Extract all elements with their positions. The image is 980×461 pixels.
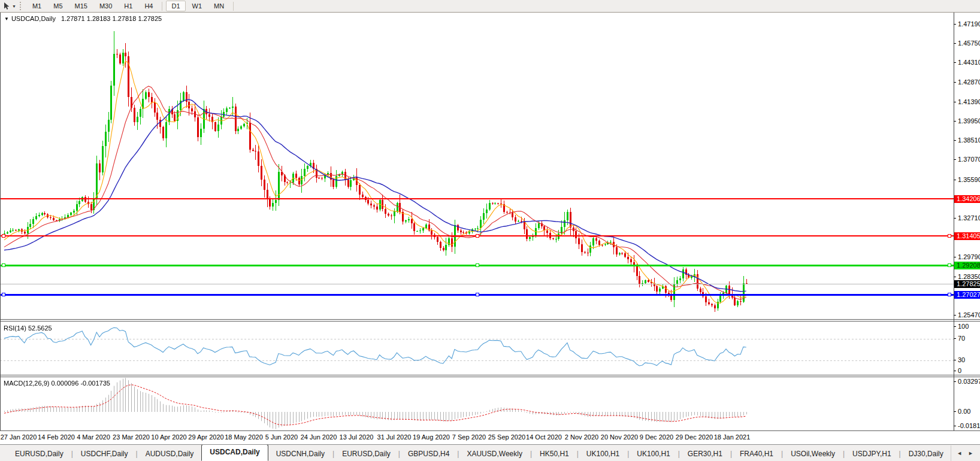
price-axis-tick: 1.35590 — [954, 176, 980, 184]
bar-open: 1.27871 — [61, 15, 85, 22]
rsi-axis-tick: 100 — [954, 323, 980, 330]
timeframe-buttons: M1M5M15M30H1H4D1W1MN — [26, 1, 237, 11]
tick-label: 1.45750 — [958, 40, 980, 47]
tick-mark — [954, 140, 956, 141]
tick-label: 30 — [958, 356, 965, 364]
cursor-tool-icon[interactable] — [2, 2, 11, 10]
chart-tab-uk100-h1[interactable]: UK100,H1 — [579, 447, 627, 461]
tick-mark — [954, 360, 956, 360]
cursor-tool-caret-icon[interactable]: ▼ — [12, 4, 16, 8]
chart-tab-uk100-h1[interactable]: UK100,H1 — [629, 447, 677, 461]
toolbar-separator — [233, 2, 234, 11]
hline-price-label: 1.29208 — [954, 262, 980, 269]
tabs-scroll-right-icon[interactable]: ► — [965, 449, 976, 457]
chart-tab-eurusd-daily[interactable]: EURUSD,Daily — [7, 447, 71, 461]
toolbar-grip[interactable] — [20, 2, 23, 10]
tick-mark — [954, 180, 956, 180]
tick-label: 0.00 — [958, 408, 970, 415]
timeframe-button-m15[interactable]: M15 — [69, 1, 93, 11]
tick-label: 100 — [958, 323, 969, 330]
tick-label: 1.39950 — [958, 117, 980, 125]
timeframe-button-m1[interactable]: M1 — [27, 1, 47, 11]
tick-mark — [954, 426, 956, 426]
current-price-label: 1.27825 — [954, 280, 980, 288]
price-axis-tick: 1.41390 — [954, 98, 980, 106]
date-axis-label: 18 Jan 2021 — [707, 433, 757, 441]
tick-label: 1.25470 — [958, 311, 980, 319]
hline-price-label: 1.34206 — [954, 195, 980, 203]
chart-tabs: EURUSD,Daily|USDCHF,Daily|AUDUSD,DailyUS… — [0, 445, 980, 461]
tick-mark — [954, 43, 956, 44]
tabs-scroll-left-icon[interactable]: ◄ — [954, 449, 965, 457]
timeframe-button-mn[interactable]: MN — [208, 1, 229, 11]
macd-indicator-label: MACD(12,26,9) 0.000096 -0.001735 — [4, 380, 110, 387]
bar-low: 1.27818 — [113, 15, 137, 22]
tab-scroll-controls: ◄ ► — [951, 445, 980, 461]
tick-mark — [954, 338, 956, 339]
price-axis-tick: 1.25470 — [954, 311, 980, 319]
price-axis-tick: 1.47190 — [954, 20, 980, 28]
rsi-indicator-label: RSI(14) 52.5625 — [4, 324, 52, 332]
tick-label: 0 — [958, 367, 961, 375]
chart-title: ▼USDCAD,Daily1.27871 1.28183 1.27818 1.2… — [4, 15, 162, 22]
rsi-axis-tick: 0 — [954, 367, 980, 375]
tick-label: -0.018154 — [958, 422, 980, 430]
chart-tab-xauusd-weekly[interactable]: XAUUSD,Weekly — [459, 447, 530, 461]
timeframe-button-h1[interactable]: H1 — [119, 1, 138, 11]
price-axis-tick: 1.29790 — [954, 253, 980, 261]
rsi-axis-tick: 70 — [954, 335, 980, 342]
tick-label: 70 — [958, 335, 965, 342]
price-axis-tick: 1.32710 — [954, 214, 980, 222]
tick-mark — [954, 102, 956, 102]
rsi-panel-canvas[interactable] — [0, 322, 954, 375]
macd-axis-tick: -0.018154 — [954, 422, 980, 430]
tick-mark — [954, 159, 956, 160]
timeframe-button-d1[interactable]: D1 — [166, 1, 185, 11]
chart-tab-ger30-h1[interactable]: GER30,H1 — [680, 447, 730, 461]
tick-mark — [954, 326, 956, 327]
chart-tab-usdchf-daily[interactable]: USDCHF,Daily — [73, 447, 136, 461]
timeframe-button-m30[interactable]: M30 — [94, 1, 117, 11]
chart-tab-bar: EURUSD,Daily|USDCHF,Daily|AUDUSD,DailyUS… — [0, 444, 980, 461]
tick-label: 1.38510 — [958, 137, 980, 144]
tick-label: 1.32710 — [958, 214, 980, 222]
chart-tab-usdcad-daily[interactable]: USDCAD,Daily — [201, 444, 268, 461]
chart-tab-hk50-h1[interactable]: HK50,H1 — [532, 447, 577, 461]
tick-mark — [954, 257, 956, 257]
chart-tab-usdcnh-daily[interactable]: USDCNH,Daily — [268, 447, 332, 461]
tick-mark — [954, 24, 956, 25]
tick-mark — [954, 62, 956, 63]
price-axis-tick: 1.37070 — [954, 156, 980, 163]
chart-left-border — [0, 13, 1, 430]
chart-tab-dj30-daily[interactable]: DJ30,Daily — [901, 447, 951, 461]
price-axis-tick: 1.42870 — [954, 78, 980, 86]
tick-mark — [954, 218, 956, 219]
tick-label: 1.47190 — [958, 20, 980, 28]
timeframe-button-h4[interactable]: H4 — [139, 1, 158, 11]
macd-axis-tick: 0.032972 — [954, 378, 980, 386]
chart-tab-usdjpy-h1[interactable]: USDJPY,H1 — [845, 447, 899, 461]
chart-tab-gbpusd-h4[interactable]: GBPUSD,H4 — [400, 447, 457, 461]
chart-symbol-period: USDCAD,Daily — [11, 15, 56, 22]
timeframe-button-w1[interactable]: W1 — [187, 1, 208, 11]
bar-close: 1.27825 — [138, 15, 162, 22]
tick-label: 1.41390 — [958, 98, 980, 106]
price-axis-tick: 1.45750 — [954, 40, 980, 47]
chart-tab-fra40-h1[interactable]: FRA40,H1 — [732, 447, 781, 461]
main-chart-canvas[interactable] — [0, 13, 954, 319]
timeframe-button-m5[interactable]: M5 — [48, 1, 68, 11]
collapse-caret-icon: ▼ — [4, 16, 9, 22]
macd-panel-canvas[interactable] — [0, 377, 954, 430]
date-axis: 27 Jan 202014 Feb 20204 Mar 202023 Mar 2… — [0, 431, 954, 444]
panel-splitter[interactable] — [0, 319, 980, 322]
hline-price-label: 1.31405 — [954, 232, 980, 240]
price-axis-tick: 1.38510 — [954, 137, 980, 144]
chart-tab-usoil-weekly[interactable]: USOil,Weekly — [783, 447, 843, 461]
chart-tab-audusd-daily[interactable]: AUDUSD,Daily — [138, 447, 202, 461]
bar-high: 1.28183 — [87, 15, 111, 22]
macd-axis-tick: 0.00 — [954, 408, 980, 415]
hline-price-label: 1.27027 — [954, 291, 980, 299]
tick-label: 0.032972 — [958, 378, 980, 386]
tick-mark — [954, 277, 956, 277]
chart-tab-eurusd-daily[interactable]: EURUSD,Daily — [334, 447, 398, 461]
